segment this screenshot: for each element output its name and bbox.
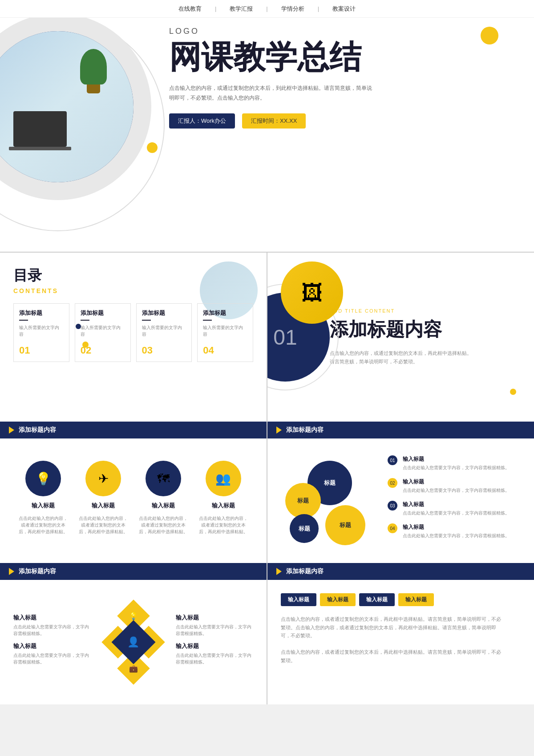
section-bar-3: 添加标题内容 [0,563,267,580]
slide-diamond: 输入标题 点击此处输入您需要文字内容，文字内容需根据精炼。 输入标题 点击此处输… [0,580,267,704]
icon-item-2: ✈ 输入标题 点击此处输入您的内容，或者通过复制您的文本后，再此框中选择粘贴。 [79,461,128,535]
feature-desc-3: 点击此处输入您需要文字内容，文字内容需根据精炼。 [403,510,510,516]
feature-title-3: 输入标题 [403,501,510,508]
feature-item-4: 04 输入标题 点击此处输入您需要文字内容，文字内容需根据精炼。 [388,523,521,539]
slide3-image-inner: 🖼 [281,261,343,324]
icon-item-1: 💡 输入标题 点击此处输入您的内容，或者通过复制您的文本后，再此框中选择粘贴。 [19,461,68,535]
main-title: 网课教学总结 [169,40,374,75]
feature-title-4: 输入标题 [403,523,510,531]
icon-label-2: 输入标题 [92,502,115,510]
item2-num: 02 [81,345,125,356]
feature-num-1: 01 [388,455,397,465]
plant-leaves [80,49,107,84]
row-6: 输入标题 点击此处输入您需要文字内容，文字内容需根据精炼。 输入标题 点击此处输… [0,580,534,704]
paper-plane-icon: ✈ [98,471,109,486]
bubble-left: 标题 [285,483,321,519]
contents-item-3: 添加标题 输入所需要的文字内容 03 [136,303,192,362]
feature-item-3: 03 输入标题 点击此处输入您需要文字内容，文字内容需根据精炼。 [388,501,521,516]
slide-contents: 目录 CONTENTS 添加标题 输入所需要的文字内容 01 添加标题 输入所需… [0,253,267,422]
slide6-right-item-2: 输入标题 点击此处输入您需要文字内容，文字内容需根据精炼。 [176,642,253,665]
wallet-icon: 💼 [129,664,138,673]
tab-2[interactable]: 输入标题 [320,593,356,606]
yellow-dot-2 [481,27,498,44]
slide3-circle-number: 01 [273,325,297,350]
item1-num: 01 [19,345,64,356]
slide-tabs: 输入标题 输入标题 输入标题 输入标题 点击输入您的内容，或者通过复制您的文本后… [267,580,534,704]
slide3-image-area: 🖼 [281,261,343,324]
section-bar-2: 添加标题内容 [267,422,534,438]
date-badge[interactable]: 汇报时间：XX.XX [242,113,306,129]
item1-title: 添加标题 [19,309,64,317]
icon-label-1: 输入标题 [32,502,55,510]
slide6-right-desc-1: 点击此处输入您需要文字内容，文字内容需根据精炼。 [176,623,253,637]
icon-circle-2: ✈ [85,461,121,496]
nav-item-2[interactable]: 教学汇报 [230,5,253,13]
triangle-icon-2 [276,426,282,434]
nav-item-4[interactable]: 教案设计 [332,5,356,13]
bubble-br-label: 标题 [340,521,351,529]
nav-item-3[interactable]: 学情分析 [281,5,304,13]
separator-1: | [215,5,216,12]
icon-circle-1: 💡 [25,461,61,496]
badge-row: 汇报人：Work办公 汇报时间：XX.XX [169,113,374,129]
feature-item-1: 01 输入标题 点击此处输入您需要文字内容，文字内容需根据精炼。 [388,455,521,471]
row-4: 💡 输入标题 点击此处输入您的内容，或者通过复制您的文本后，再此框中选择粘贴。 … [0,438,534,563]
slide6-left-content: 输入标题 点击此处输入您需要文字内容，文字内容需根据精炼。 输入标题 点击此处输… [13,614,91,671]
item1-dash [19,320,28,321]
feature-list: 01 输入标题 点击此处输入您需要文字内容，文字内容需根据精炼。 02 输入标题… [388,455,521,546]
logo-text: LOGO [169,27,374,36]
icon-desc-1: 点击此处输入您的内容，或者通过复制您的文本后，再此框中选择粘贴。 [19,515,68,535]
section-bars-row-1: 添加标题内容 添加标题内容 [0,422,534,438]
feature-item-2: 02 输入标题 点击此处输入您需要文字内容，文字内容需根据精炼。 [388,478,521,494]
feature-title-2: 输入标题 [403,478,510,486]
slide6-left-title-1: 输入标题 [13,614,91,622]
contents-item-4: 添加标题 输入所需要的文字内容 04 [197,303,253,362]
slide3-add-label: ADD TITLE CONTENT [330,308,521,314]
bubble-bl-label: 标题 [299,525,310,533]
desk-scene-graphic [0,31,134,182]
slide6-right-desc-2: 点击此处输入您需要文字内容，文字内容需根据精炼。 [176,652,253,665]
section-bar-4-text: 添加标题内容 [286,567,324,575]
item4-num: 04 [203,345,247,356]
item3-dash [142,320,151,321]
row-2: 目录 CONTENTS 添加标题 输入所需要的文字内容 01 添加标题 输入所需… [0,253,534,422]
feature-content-4: 输入标题 点击此处输入您需要文字内容，文字内容需根据精炼。 [403,523,510,539]
feature-title-1: 输入标题 [403,455,510,463]
nav-item-1[interactable]: 在线教育 [178,5,202,13]
tab-3[interactable]: 输入标题 [359,593,395,606]
icon-item-3: 🗺 输入标题 点击此处输入您的内容，或者通过复制您的文本后，再此框中选择粘贴。 [139,461,188,535]
item3-title: 添加标题 [142,309,186,317]
plant-graphic [80,49,107,93]
diamond-diagram: 👤 💡 💼 🔍 🔒 [104,602,162,682]
slide6-left-item-1: 输入标题 点击此处输入您需要文字内容，文字内容需根据精炼。 [13,614,91,637]
yellow-dot-1 [147,142,158,153]
slide6-left-item-2: 输入标题 点击此处输入您需要文字内容，文字内容需根据精炼。 [13,642,91,665]
triangle-icon-3 [9,568,14,575]
feature-num-3: 03 [388,501,397,511]
slide-icons: 💡 输入标题 点击此处输入您的内容，或者通过复制您的文本后，再此框中选择粘贴。 … [0,438,267,563]
feature-content-2: 输入标题 点击此处输入您需要文字内容，文字内容需根据精炼。 [403,478,510,494]
diamond-center-icon: 👤 [118,627,149,658]
tab-1[interactable]: 输入标题 [281,593,316,606]
slide6-left-desc-1: 点击此处输入您需要文字内容，文字内容需根据精炼。 [13,623,91,637]
section-bars-row-2: 添加标题内容 添加标题内容 [0,563,534,580]
item4-title: 添加标题 [203,309,247,317]
triangle-icon-1 [9,426,14,434]
item2-dash [81,320,89,321]
bubble-diagram: 标题 标题 标题 标题 [281,452,379,550]
laptop-graphic [13,111,67,147]
slide3-main-title: 添加标题内容 [330,317,521,342]
tab-4[interactable]: 输入标题 [398,593,434,606]
bubble-bottom-right: 标题 [325,505,365,545]
section-bar-4: 添加标题内容 [267,563,534,580]
reporter-badge[interactable]: 汇报人：Work办公 [169,113,235,129]
feature-desc-4: 点击此处输入您需要文字内容，文字内容需根据精炼。 [403,532,510,539]
feature-content-3: 输入标题 点击此处输入您需要文字内容，文字内容需根据精炼。 [403,501,510,516]
person-icon: 👤 [127,636,139,648]
item2-desc: 输入所需要的文字内容 [81,324,125,338]
triangle-icon-4 [276,568,282,575]
subtitle-description: 点击输入您的内容，或通过复制您的文本后，到此框中选择粘贴。请言简意赅，简单说明即… [169,84,374,103]
slide-title: 在线教育 | 教学汇报 | 学情分析 | 教案设计 LOGO 网课教学总结 点击… [0,0,534,252]
contents-item-2: 添加标题 输入所需要的文字内容 02 [75,303,131,362]
icon-desc-4: 点击此处输入您的内容，或者通过复制您的文本后，再此框中选择粘贴。 [199,515,248,535]
